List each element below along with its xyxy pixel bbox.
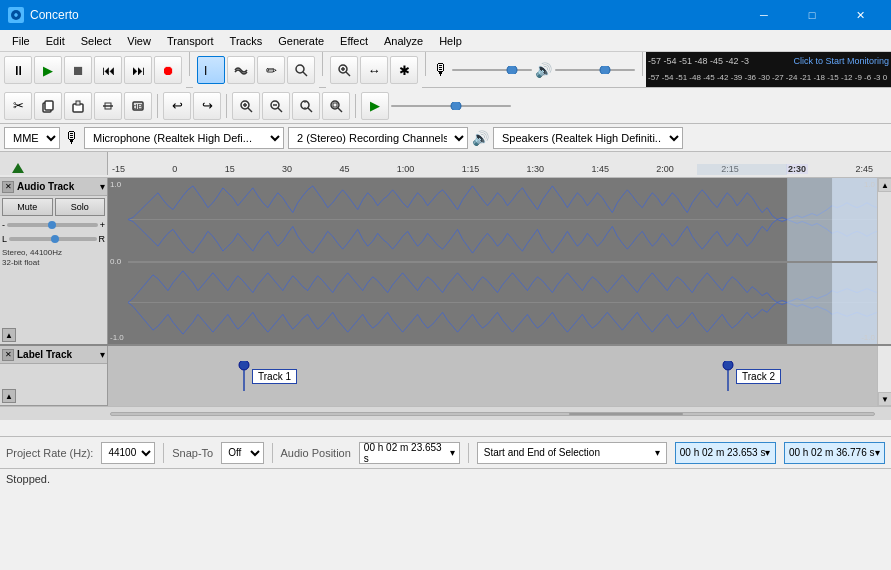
menu-edit[interactable]: Edit	[38, 33, 73, 49]
zoom-in-tb[interactable]	[330, 56, 358, 84]
label-track-menu[interactable]: ▾	[100, 349, 105, 360]
selection-mode-dropdown[interactable]: Start and End of Selection ▾	[477, 442, 667, 464]
menu-analyze[interactable]: Analyze	[376, 33, 431, 49]
pan-thumb[interactable]	[51, 235, 59, 243]
zoom-out-button[interactable]	[262, 92, 290, 120]
output-device-select[interactable]: Speakers (Realtek High Definiti...	[493, 127, 683, 149]
sep7	[355, 94, 356, 118]
gain-slider[interactable]	[7, 223, 98, 227]
star-btn[interactable]: ✱	[390, 56, 418, 84]
selection-start-field[interactable]: 00 h 02 m 23.653 s ▾	[675, 442, 776, 464]
play-speed-button[interactable]: ▶	[361, 92, 389, 120]
sel-end-arrow[interactable]: ▾	[875, 447, 880, 458]
menu-tracks[interactable]: Tracks	[222, 33, 271, 49]
svg-rect-10	[555, 69, 635, 71]
zoom-tool[interactable]	[287, 56, 315, 84]
svg-text:dB: dB	[133, 102, 143, 111]
audio-position-field[interactable]: 00 h 02 m 23.653 s ▾	[359, 442, 460, 464]
channels-select[interactable]: 2 (Stereo) Recording Channels	[288, 127, 468, 149]
status-bar: Project Rate (Hz): 44100 Snap-To Off Aud…	[0, 436, 891, 468]
skip-start-button[interactable]: ⏮	[94, 56, 122, 84]
svg-rect-8	[452, 69, 532, 71]
menu-view[interactable]: View	[119, 33, 159, 49]
speed-slider[interactable]	[391, 102, 511, 110]
sel-mode-arrow: ▾	[655, 447, 660, 458]
mic-slider[interactable]	[452, 66, 532, 74]
zoom-in-button[interactable]	[232, 92, 260, 120]
bottom-status-bar: Stopped.	[0, 468, 891, 488]
menu-transport[interactable]: Transport	[159, 33, 222, 49]
hscroll-bar[interactable]	[0, 406, 891, 420]
svg-rect-39	[832, 178, 877, 261]
svg-rect-15	[76, 101, 80, 105]
minimize-button[interactable]: ─	[741, 0, 787, 30]
maximize-button[interactable]: □	[789, 0, 835, 30]
ruler-scale: -15 0 15 30 45 1:00 1:15 1:30 1:45 2:00 …	[108, 164, 877, 175]
project-rate-select[interactable]: 44100	[101, 442, 155, 464]
close-button[interactable]: ✕	[837, 0, 883, 30]
vu-meter[interactable]: -57 -54 -51 -48 -45 -42 -3 Click to Star…	[646, 52, 891, 87]
collapse-button[interactable]: ▲	[2, 328, 16, 342]
vscroll-up-btn[interactable]: ▲	[878, 178, 891, 192]
svg-point-2	[296, 65, 304, 73]
record-button[interactable]: ⏺	[154, 56, 182, 84]
mute-button[interactable]: Mute	[2, 198, 53, 216]
pan-slider[interactable]	[9, 237, 96, 241]
db-minus1.0: -1.0	[108, 333, 126, 342]
menu-file[interactable]: File	[4, 33, 38, 49]
menu-select[interactable]: Select	[73, 33, 120, 49]
zoom-fit-button[interactable]	[292, 92, 320, 120]
svg-line-5	[346, 72, 350, 76]
hscroll-track[interactable]	[110, 412, 875, 416]
hscroll-thumb[interactable]	[569, 413, 683, 415]
pos-dropdown-arrow[interactable]: ▾	[448, 447, 455, 458]
selection-tool[interactable]: I	[197, 56, 225, 84]
selection-end-field[interactable]: 00 h 02 m 36.776 s ▾	[784, 442, 885, 464]
trim-button[interactable]	[94, 92, 122, 120]
paste-button[interactable]	[64, 92, 92, 120]
api-select[interactable]: MME	[4, 127, 60, 149]
svg-point-46	[723, 361, 733, 370]
svg-line-21	[248, 108, 252, 112]
play-button[interactable]: ▶	[34, 56, 62, 84]
draw-tool[interactable]: ✏	[257, 56, 285, 84]
label-track1-marker: Track 1	[238, 361, 297, 391]
snap-to-select[interactable]: Off	[221, 442, 263, 464]
skip-end-button[interactable]: ⏭	[124, 56, 152, 84]
label-canvas: Track 1 Track 2	[108, 346, 877, 406]
label-collapse-btn[interactable]: ▲	[2, 389, 16, 403]
menu-effect[interactable]: Effect	[332, 33, 376, 49]
redo-button[interactable]: ↪	[193, 92, 221, 120]
label-track-close[interactable]: ✕	[2, 349, 14, 361]
envelope-tool[interactable]	[227, 56, 255, 84]
gain-thumb[interactable]	[48, 221, 56, 229]
copy-button[interactable]	[34, 92, 62, 120]
fit-btn[interactable]: ↔	[360, 56, 388, 84]
audio-track-close[interactable]: ✕	[2, 181, 14, 193]
svg-line-3	[303, 72, 307, 76]
audio-pos-label: Audio Position	[281, 447, 351, 459]
time-ruler[interactable]: -15 0 15 30 45 1:00 1:15 1:30 1:45 2:00 …	[0, 152, 891, 178]
menu-generate[interactable]: Generate	[270, 33, 332, 49]
stop-button[interactable]: ⏹	[64, 56, 92, 84]
undo-button[interactable]: ↩	[163, 92, 191, 120]
input-device-select[interactable]: Microphone (Realtek High Defi...	[84, 127, 284, 149]
speaker-icon: 🔊	[535, 62, 552, 78]
zoom-select-button[interactable]	[322, 92, 350, 120]
cut-button[interactable]: ✂	[4, 92, 32, 120]
audio-track-name: Audio Track	[14, 181, 100, 192]
solo-button[interactable]: Solo	[55, 198, 106, 216]
vu-monitor-btn[interactable]: Click to Start Monitoring	[753, 56, 889, 66]
silence-button[interactable]: dB	[124, 92, 152, 120]
track-info: Stereo, 44100Hz 32-bit float	[2, 248, 105, 269]
db-bot-right: -1.0	[861, 333, 875, 342]
sel-start-arrow[interactable]: ▾	[765, 447, 770, 458]
speaker-slider[interactable]	[555, 66, 635, 74]
pause-button[interactable]: ⏸	[4, 56, 32, 84]
vscroll-down-btn[interactable]: ▼	[878, 392, 891, 406]
menu-help[interactable]: Help	[431, 33, 470, 49]
ruler-left-panel	[0, 152, 108, 175]
audio-track-menu[interactable]: ▾	[100, 181, 105, 192]
tracks-container: ✕ Audio Track ▾ Mute Solo - + L	[0, 178, 891, 436]
tools-toolbar: I ✏	[193, 52, 319, 88]
